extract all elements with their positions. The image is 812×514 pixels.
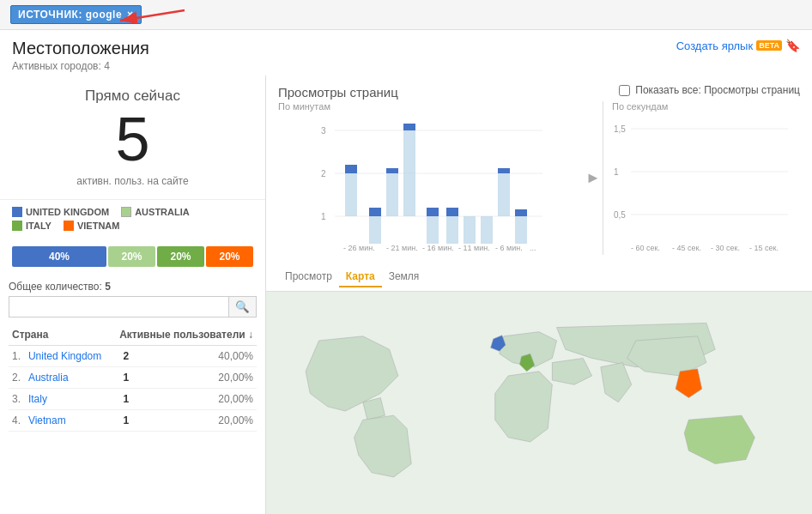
- col-country-header: Страна: [9, 324, 109, 346]
- svg-text:- 21 мин.: - 21 мин.: [386, 244, 418, 252]
- svg-rect-18: [446, 216, 458, 244]
- svg-rect-8: [345, 173, 357, 216]
- filter-label: ИСТОЧНИК: google: [18, 9, 122, 21]
- svg-rect-19: [446, 208, 458, 216]
- legend-dot-au: [121, 207, 131, 217]
- pbar-it: 20%: [157, 246, 204, 267]
- svg-rect-15: [403, 124, 415, 130]
- row-count: 1: [109, 389, 143, 410]
- svg-rect-11: [369, 208, 381, 216]
- charts-row: По минутам 3 2 1: [278, 101, 800, 255]
- row-pct: 40,00%: [143, 346, 257, 367]
- svg-rect-21: [481, 216, 493, 244]
- pbar-au: 20%: [108, 246, 155, 267]
- legend-item-vn: VIETNAM: [64, 221, 120, 231]
- chart-area: Просмотры страниц Показать все: Просмотр…: [266, 76, 812, 263]
- search-button[interactable]: 🔍: [228, 297, 256, 317]
- tab-map[interactable]: Карта: [339, 267, 382, 287]
- legend-item-au: AUSTRALIA: [121, 207, 190, 217]
- country-link[interactable]: United Kingdom: [28, 350, 101, 362]
- row-count: 2: [109, 346, 143, 367]
- legend-dot-vn: [64, 221, 74, 231]
- svg-text:- 30 сек.: - 30 сек.: [711, 244, 740, 252]
- chart-by-seconds: По секундам 1,5 1 0,5 - 60 сек. - 45 сек…: [603, 101, 800, 255]
- row-pct: 20,00%: [143, 410, 257, 432]
- realtime-number: 5: [12, 108, 253, 170]
- svg-text:1,5: 1,5: [614, 124, 626, 134]
- svg-rect-24: [515, 216, 527, 244]
- svg-text:- 11 мин.: - 11 мин.: [458, 244, 490, 252]
- minutes-chart-svg: 3 2 1: [278, 115, 584, 252]
- realtime-label: Прямо сейчас: [12, 88, 253, 105]
- pbar-uk: 40%: [12, 246, 106, 267]
- seconds-chart-svg: 1,5 1 0,5 - 60 сек. - 45 сек. - 30 сек. …: [612, 115, 792, 252]
- row-country: Australia: [25, 367, 109, 389]
- svg-text:1: 1: [321, 212, 326, 221]
- svg-text:- 26 мин.: - 26 мин.: [343, 244, 375, 252]
- tab-view[interactable]: Просмотр: [278, 267, 339, 287]
- chart-by-minutes: По минутам 3 2 1: [278, 101, 584, 255]
- search-bar: 🔍: [9, 296, 257, 317]
- table-row: 1. United Kingdom 2 40,00%: [9, 346, 257, 367]
- legend-dot-uk: [12, 207, 22, 217]
- row-country: Vietnam: [25, 410, 109, 432]
- map-area: [266, 292, 812, 514]
- svg-text:3: 3: [321, 126, 326, 136]
- svg-text:- 15 сек.: - 15 сек.: [749, 244, 779, 252]
- realtime-widget: Прямо сейчас 5 активн. польз. на сайте: [0, 76, 265, 200]
- svg-text:0,5: 0,5: [614, 210, 626, 220]
- table-row: 3. Italy 1 20,00%: [9, 389, 257, 410]
- chart-title: Просмотры страниц: [278, 85, 398, 100]
- tab-earth[interactable]: Земля: [382, 267, 427, 287]
- total-label: Общее количество: 5: [9, 274, 257, 296]
- svg-rect-17: [427, 208, 439, 216]
- row-count: 1: [109, 367, 143, 389]
- svg-rect-13: [386, 168, 398, 173]
- row-count: 1: [109, 410, 143, 432]
- row-num: 4.: [9, 410, 25, 432]
- row-pct: 20,00%: [143, 367, 257, 389]
- world-map-svg: [266, 292, 812, 514]
- pbar-vn: 20%: [206, 246, 253, 267]
- beta-badge: BETA: [756, 40, 782, 51]
- country-link[interactable]: Australia: [28, 372, 69, 384]
- row-pct: 20,00%: [143, 389, 257, 410]
- legend-dot-it: [12, 221, 22, 231]
- data-table: Страна Активные пользователи ↓ 1. United…: [9, 324, 257, 432]
- svg-text:- 45 сек.: - 45 сек.: [672, 244, 701, 252]
- table-row: 2. Australia 1 20,00%: [9, 367, 257, 389]
- filter-bar: ИСТОЧНИК: google ×: [0, 0, 812, 30]
- row-num: 1.: [9, 346, 25, 367]
- show-all-checkbox[interactable]: [619, 85, 630, 96]
- total-value: 5: [105, 281, 111, 293]
- row-country: Italy: [25, 389, 109, 410]
- svg-text:- 6 мин.: - 6 мин.: [495, 244, 523, 252]
- filter-close-icon[interactable]: ×: [127, 9, 134, 21]
- svg-rect-20: [464, 216, 476, 244]
- sort-icon: ↓: [248, 329, 253, 341]
- content-area: Прямо сейчас 5 активн. польз. на сайте U…: [0, 76, 812, 514]
- table-row: 4. Vietnam 1 20,00%: [9, 410, 257, 432]
- svg-text:- 16 мин.: - 16 мин.: [422, 244, 454, 252]
- show-all-label: Показать все: Просмотры страниц: [635, 84, 800, 96]
- page-subtitle: Активных городов: 4: [12, 60, 149, 72]
- left-panel: Прямо сейчас 5 активн. польз. на сайте U…: [0, 76, 266, 514]
- svg-text:...: ...: [530, 244, 536, 252]
- svg-text:1: 1: [614, 167, 619, 177]
- col-users-header: Активные пользователи ↓: [109, 324, 257, 346]
- search-input[interactable]: [9, 297, 228, 317]
- row-num: 3.: [9, 389, 25, 410]
- chart-separator: ►: [584, 101, 603, 255]
- chart-arrow-icon: ►: [585, 169, 601, 187]
- legend-item-it: ITALY: [12, 221, 52, 231]
- create-link[interactable]: Создать ярлык BETA 🔖: [676, 39, 800, 52]
- svg-rect-23: [498, 168, 510, 173]
- chart-tabs: Просмотр Карта Земля: [266, 263, 812, 292]
- filter-tag[interactable]: ИСТОЧНИК: google ×: [10, 5, 142, 24]
- country-link[interactable]: Vietnam: [28, 414, 66, 426]
- realtime-description: активн. польз. на сайте: [12, 175, 253, 187]
- country-link[interactable]: Italy: [28, 393, 47, 405]
- svg-rect-22: [498, 173, 510, 216]
- row-num: 2.: [9, 367, 25, 389]
- by-seconds-label: По секундам: [612, 101, 800, 112]
